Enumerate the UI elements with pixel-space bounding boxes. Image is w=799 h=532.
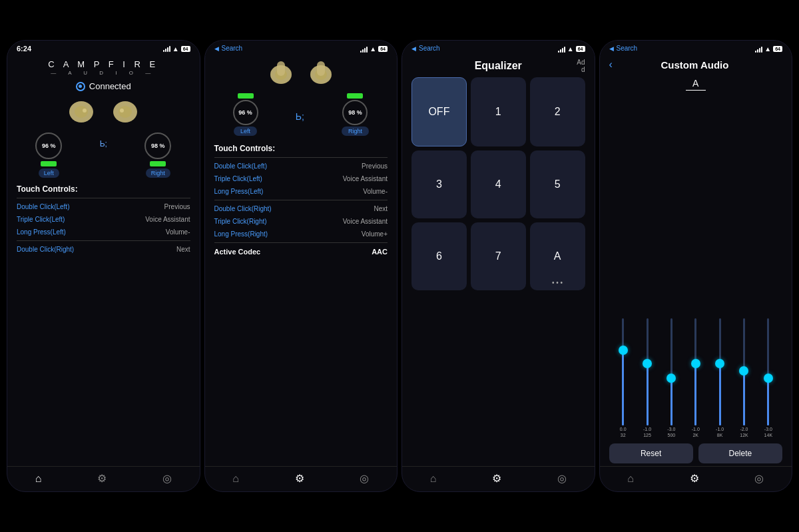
slider-14k[interactable]: -3.014K — [757, 318, 780, 438]
right-pct-2: 98 % — [342, 100, 368, 125]
eq-btn-1[interactable]: 1 — [471, 77, 526, 146]
slider-14k-label: -3.014K — [764, 427, 772, 438]
eq-title: Equalizer — [431, 60, 565, 72]
act-2f: Long Press(Right) — [214, 230, 268, 238]
control-row-1d[interactable]: Double Click(Right) Next — [17, 243, 190, 256]
eq-grid: OFF 1 2 3 4 5 6 — [411, 77, 585, 290]
eq-btn-4-label: 4 — [495, 178, 501, 190]
slider-8k[interactable]: -1.08K — [708, 318, 731, 438]
slider-2k[interactable]: -1.02K — [684, 318, 707, 438]
bottom-nav-4: ⌂ ⚙ ◎ — [600, 466, 792, 491]
right-earbud-img — [110, 98, 140, 126]
nav-eq-3[interactable]: ⚙ — [492, 472, 501, 485]
nav-settings-1[interactable]: ◎ — [162, 472, 172, 485]
status-bar-2: ◀ Search ▲ 64 — [205, 41, 398, 56]
ctrl-2c[interactable]: Long Press(Left) Volume- — [214, 185, 388, 198]
signal-icon-1 — [163, 45, 170, 52]
back-chevron-4: ◀ — [609, 45, 614, 52]
nav-settings-2[interactable]: ◎ — [360, 472, 369, 485]
codec-value-2: AAC — [372, 248, 388, 256]
ctrl-2b[interactable]: Triple Click(Left) Voice Assistant — [214, 172, 388, 185]
eq-btn-5[interactable]: 5 — [530, 150, 585, 218]
wifi-icon-1: ▲ — [172, 45, 179, 53]
svg-rect-8 — [277, 61, 285, 76]
search-bar-4[interactable]: ◀ Search — [609, 45, 638, 52]
search-bar-2[interactable]: ◀ Search — [214, 45, 243, 52]
divider-2c — [214, 242, 388, 243]
eq-sliders: 0.032 -1.0125 — [609, 96, 783, 438]
ctrl-2e[interactable]: Triple Click(Right) Voice Assistant — [214, 215, 388, 228]
control-row-1a[interactable]: Double Click(Left) Previous — [17, 200, 190, 213]
nav-eq-4[interactable]: ⚙ — [690, 472, 699, 485]
eq-add-btn[interactable]: Add — [565, 59, 585, 73]
slider-125-label: -1.0125 — [643, 427, 651, 438]
ctrl-2d[interactable]: Double Click(Right) Next — [214, 202, 388, 215]
slider-12k[interactable]: -2.012K — [732, 318, 755, 438]
nav-eq-2[interactable]: ⚙ — [295, 472, 304, 485]
nav-settings-4[interactable]: ◎ — [754, 472, 764, 485]
battery-icon-4: 64 — [773, 46, 782, 52]
search-bar-3[interactable]: ◀ Search — [411, 45, 440, 52]
custom-header: ‹ Custom Audio — [609, 56, 783, 75]
ctrl-2f[interactable]: Long Press(Right) Volume+ — [214, 228, 388, 240]
eq-btn-2[interactable]: 2 — [530, 77, 585, 146]
eq-btn-off-label: OFF — [428, 106, 449, 118]
eq-btn-3[interactable]: 3 — [411, 150, 467, 218]
control-row-1c[interactable]: Long Press(Left) Volume- — [17, 226, 190, 238]
brand-sub: — A U D I O — — [17, 70, 190, 76]
delete-button[interactable]: Delete — [698, 443, 782, 463]
slider-2k-label: -1.02K — [692, 427, 700, 438]
wifi-icon-4: ▲ — [764, 45, 771, 53]
right-percent: 98 % — [144, 133, 171, 159]
nav-home-4[interactable]: ⌂ — [627, 473, 634, 485]
wifi-icon-2: ▲ — [370, 45, 376, 53]
slider-500hz[interactable]: -3.0500 — [660, 318, 682, 438]
nav-home-2[interactable]: ⌂ — [232, 473, 239, 485]
nav-home-1[interactable]: ⌂ — [35, 473, 42, 485]
panel-1: 6:24 ▲ 64 C A M P F I R E — A U D I O — — [7, 40, 200, 492]
eq-btn-4[interactable]: 4 — [471, 150, 526, 218]
back-arrow-4[interactable]: ‹ — [609, 59, 613, 71]
control-row-1b[interactable]: Triple Click(Left) Voice Assistant — [17, 213, 190, 226]
val-2f: Volume+ — [362, 230, 388, 238]
val-2e: Voice Assistant — [343, 218, 388, 225]
earbuds-display — [17, 98, 190, 126]
battery-icon-3: 64 — [576, 46, 585, 52]
left-percent: 96 % — [35, 133, 62, 159]
screen-4: ‹ Custom Audio A 0.032 — [600, 56, 792, 466]
nav-eq-1[interactable]: ⚙ — [97, 472, 107, 485]
nav-home-3[interactable]: ⌂ — [430, 473, 437, 485]
action-tri-left: Triple Click(Left) — [17, 216, 65, 223]
act-2a: Double Click(Left) — [214, 162, 267, 170]
slider-8k-label: -1.08K — [716, 427, 724, 438]
nav-settings-3[interactable]: ◎ — [557, 472, 567, 485]
eq-btn-7[interactable]: 7 — [471, 222, 526, 290]
reset-button[interactable]: Reset — [609, 443, 693, 463]
eq-btn-a[interactable]: A • • • — [530, 222, 585, 290]
value-dbl-left: Previous — [164, 203, 190, 210]
status-bar-3: ◀ Search ▲ 64 — [402, 41, 595, 56]
ctrl-2a[interactable]: Double Click(Left) Previous — [214, 160, 388, 172]
left-bat-2 — [238, 93, 254, 99]
slider-32hz[interactable]: 0.032 — [612, 318, 635, 438]
action-dbl-left: Double Click(Left) — [17, 203, 69, 210]
panel-4: ◀ Search ▲ 64 ‹ Custom Audio A — [599, 40, 793, 492]
divider-2b — [214, 200, 388, 200]
panel-3: ◀ Search ▲ 64 Equalizer Add — [401, 40, 595, 492]
eq-btn-6[interactable]: 6 — [411, 222, 467, 290]
slider-125hz[interactable]: -1.0125 — [636, 318, 659, 438]
signal-icon-2 — [360, 46, 368, 53]
right-battery — [150, 161, 166, 166]
preset-name[interactable]: A — [686, 78, 706, 91]
back-chevron-2: ◀ — [214, 45, 219, 52]
battery-info-1: 96 % Left Ь; 98 % Right — [17, 133, 190, 178]
divider-2a — [214, 157, 388, 158]
status-bar-4: ◀ Search ▲ 64 — [600, 41, 792, 56]
eq-btn-2-label: 2 — [555, 106, 561, 118]
eq-btn-off[interactable]: OFF — [411, 77, 467, 146]
act-2e: Triple Click(Right) — [214, 218, 267, 225]
search-label-2: Search — [222, 45, 243, 52]
bottom-nav-1: ⌂ ⚙ ◎ — [7, 466, 200, 491]
bottom-nav-3: ⌂ ⚙ ◎ — [402, 466, 595, 491]
battery-icon-1: 64 — [181, 46, 190, 52]
